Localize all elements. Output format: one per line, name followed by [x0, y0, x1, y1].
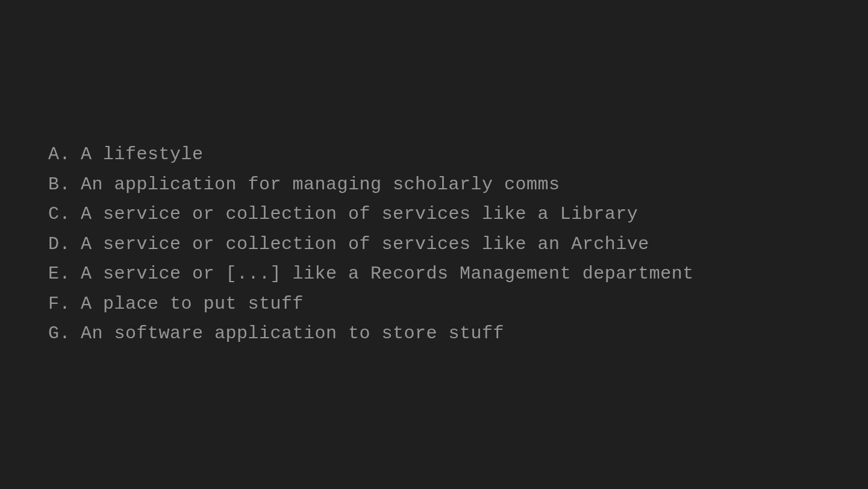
options-list: A. A lifestyle B. An application for man…: [48, 140, 694, 349]
list-item: B. An application for managing scholarly…: [48, 170, 694, 200]
item-marker: E.: [48, 259, 81, 289]
item-marker: B.: [48, 170, 81, 200]
item-marker: A.: [48, 140, 81, 170]
item-marker: G.: [48, 319, 81, 349]
list-item: G. An software application to store stuf…: [48, 319, 694, 349]
list-item: A. A lifestyle: [48, 140, 694, 170]
item-text: A service or [...] like a Records Manage…: [81, 259, 694, 289]
item-text: A service or collection of services like…: [81, 200, 694, 230]
item-text: An application for managing scholarly co…: [81, 170, 694, 200]
list-item: C. A service or collection of services l…: [48, 200, 694, 230]
item-marker: C.: [48, 200, 81, 230]
list-item: E. A service or [...] like a Records Man…: [48, 259, 694, 289]
item-text: A service or collection of services like…: [81, 230, 694, 260]
item-text: A place to put stuff: [81, 289, 694, 320]
item-marker: D.: [48, 230, 81, 260]
item-text: A lifestyle: [81, 140, 694, 170]
list-item: F. A place to put stuff: [48, 289, 694, 320]
item-marker: F.: [48, 289, 81, 320]
item-text: An software application to store stuff: [81, 319, 694, 349]
list-item: D. A service or collection of services l…: [48, 230, 694, 260]
